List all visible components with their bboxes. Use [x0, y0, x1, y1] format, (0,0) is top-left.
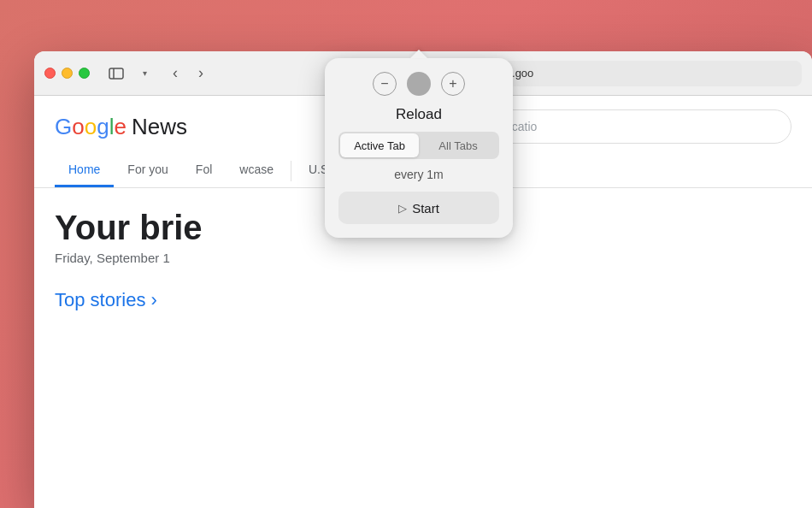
zoom-controls: − + [338, 72, 499, 96]
nav-buttons: ‹ › [163, 62, 213, 85]
svg-rect-0 [109, 68, 123, 79]
nav-divider [291, 161, 291, 181]
close-button[interactable] [44, 68, 56, 79]
traffic-lights [44, 68, 90, 79]
brief-date: Friday, September 1 [55, 251, 791, 265]
google-news-logo: Google News [55, 114, 187, 140]
nav-tab-foryou[interactable]: For you [114, 154, 181, 187]
interval-display: every 1m [338, 168, 499, 181]
sidebar-dropdown-button[interactable]: ▾ [136, 62, 153, 85]
back-button[interactable]: ‹ [163, 62, 187, 85]
play-icon: ▷ [398, 202, 407, 215]
reload-label: Reload [338, 106, 499, 123]
active-tab-option[interactable]: Active Tab [340, 133, 419, 157]
google-logo-text: Google [55, 114, 127, 140]
start-label: Start [412, 201, 439, 216]
zoom-in-button[interactable]: + [441, 72, 465, 96]
minimize-button[interactable] [62, 68, 73, 79]
sidebar-toggle-button[interactable] [103, 62, 129, 85]
all-tabs-option[interactable]: All Tabs [419, 133, 497, 157]
forward-button[interactable]: › [189, 62, 213, 85]
news-logo-text: News [132, 114, 187, 140]
nav-tab-home[interactable]: Home [55, 154, 114, 187]
reload-popup: − + Reload Active Tab All Tabs every 1m … [325, 58, 513, 238]
tab-selector: Active Tab All Tabs [338, 132, 499, 159]
zoom-out-button[interactable]: − [373, 72, 397, 96]
top-stories-link[interactable]: Top stories › [55, 289, 791, 311]
zoom-indicator [407, 72, 431, 96]
nav-tab-showcase[interactable]: wcase [226, 154, 287, 187]
start-button[interactable]: ▷ Start [338, 192, 499, 224]
maximize-button[interactable] [79, 68, 90, 79]
nav-tab-following[interactable]: Fol [182, 154, 226, 187]
